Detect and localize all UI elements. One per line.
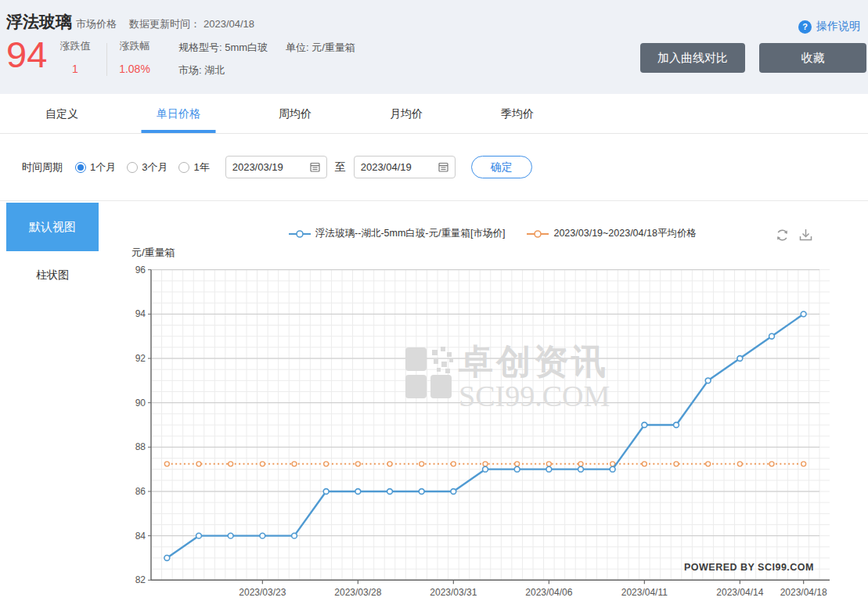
favorite-button[interactable]: 收藏 [759, 43, 866, 73]
start-date-input[interactable]: 2023/03/19 [225, 156, 327, 178]
change-value-label: 涨跌值 [56, 39, 94, 53]
svg-text:84: 84 [135, 531, 146, 542]
tab-daily-price[interactable]: 单日价格 [157, 94, 200, 133]
confirm-button[interactable]: 确定 [471, 156, 532, 178]
question-circle-icon: ? [798, 20, 812, 34]
svg-text:2023/03/28: 2023/03/28 [334, 587, 381, 598]
svg-text:2023/04/06: 2023/04/06 [525, 587, 572, 598]
radio-1-year[interactable]: 1年 [178, 160, 209, 175]
svg-text:卓创资讯: 卓创资讯 [458, 342, 609, 380]
current-price: 94 [6, 34, 47, 75]
tab-weekly-avg[interactable]: 周均价 [279, 94, 312, 133]
change-pct-group: 涨跌幅 1.08% [116, 39, 153, 75]
tab-custom[interactable]: 自定义 [45, 94, 78, 133]
svg-text:POWERED BY SCI99.COM: POWERED BY SCI99.COM [684, 562, 814, 573]
chart-section: 默认视图 柱状图 浮法玻璃--湖北-5mm白玻-元/重量箱[市场价] [0, 203, 868, 601]
help-link[interactable]: ? 操作说明 [798, 20, 860, 34]
date-to-label: 至 [335, 160, 346, 175]
radio-dot-icon [127, 162, 138, 173]
svg-text:2023/03/23: 2023/03/23 [239, 587, 286, 598]
help-label: 操作说明 [816, 20, 860, 34]
tab-monthly-avg[interactable]: 月均价 [390, 94, 423, 133]
end-date-value: 2023/04/19 [361, 161, 412, 173]
change-value-group: 涨跌值 1 [56, 39, 94, 75]
unit-label: 单位: 元/重量箱 [286, 41, 355, 55]
calendar-icon [438, 162, 448, 172]
header: 浮法玻璃 市场价格 数据更新时间：2023/04/18 ? 操作说明 94 涨跌… [0, 0, 868, 94]
end-date-input[interactable]: 2023/04/19 [354, 156, 456, 178]
radio-1-year-label: 1年 [193, 160, 209, 175]
page-title: 浮法玻璃 [6, 11, 72, 33]
filter-bar: 时间周期 1个月 3个月 1年 2023/03/19 [0, 134, 868, 201]
calendar-icon [310, 162, 320, 172]
svg-text:2023/04/11: 2023/04/11 [621, 587, 668, 598]
svg-text:SCI99.COM: SCI99.COM [459, 380, 610, 412]
price-type-label: 市场价格 [76, 17, 117, 31]
svg-text:2023/03/31: 2023/03/31 [430, 587, 477, 598]
start-date-value: 2023/03/19 [232, 161, 283, 173]
radio-3-month[interactable]: 3个月 [127, 160, 167, 175]
update-time: 数据更新时间：2023/04/18 [129, 17, 258, 31]
add-to-compare-button[interactable]: 加入曲线对比 [640, 43, 745, 73]
svg-text:82: 82 [135, 574, 146, 585]
svg-text:92: 92 [135, 353, 146, 364]
radio-dot-icon [178, 162, 189, 173]
spec-market: 市场: 湖北 [178, 63, 268, 77]
period-label: 时间周期 [22, 160, 63, 175]
price-line-chart[interactable]: 8284868890929496元/重量箱2023/03/232023/03/2… [117, 203, 868, 601]
svg-text:88: 88 [135, 441, 146, 452]
float-glass-price-page: 浮法玻璃 市场价格 数据更新时间：2023/04/18 ? 操作说明 94 涨跌… [0, 0, 868, 601]
tab-quarterly-avg[interactable]: 季均价 [501, 94, 534, 133]
sidebar-item-default-view[interactable]: 默认视图 [6, 203, 99, 251]
radio-1-month[interactable]: 1个月 [75, 160, 116, 175]
vertical-divider [106, 43, 107, 76]
svg-text:86: 86 [135, 486, 146, 497]
change-pct-value: 1.08% [116, 63, 153, 75]
spec-model: 规格型号: 5mm白玻 [178, 41, 268, 55]
svg-text:90: 90 [135, 398, 146, 408]
tab-bar: 自定义 单日价格 周均价 月均价 季均价 [0, 94, 868, 134]
change-value: 1 [56, 63, 94, 75]
update-time-value: 2023/04/18 [203, 18, 254, 30]
radio-1-month-label: 1个月 [90, 160, 116, 175]
radio-dot-icon [75, 162, 86, 173]
sidebar-item-bar-chart[interactable]: 柱状图 [6, 251, 99, 298]
spec-info: 规格型号: 5mm白玻 市场: 湖北 [178, 41, 268, 86]
svg-text:2023/04/18: 2023/04/18 [780, 587, 827, 598]
svg-text:96: 96 [135, 265, 146, 275]
radio-3-month-label: 3个月 [142, 160, 167, 175]
chart-area: 浮法玻璃--湖北-5mm白玻-元/重量箱[市场价] 2023/03/19~202… [117, 203, 868, 601]
content-card: 自定义 单日价格 周均价 月均价 季均价 时间周期 1个月 3个月 1年 202… [0, 94, 868, 601]
svg-text:2023/04/14: 2023/04/14 [716, 587, 763, 598]
update-time-label: 数据更新时间： [129, 18, 200, 30]
change-pct-label: 涨跌幅 [116, 39, 153, 53]
svg-text:94: 94 [135, 308, 146, 319]
svg-text:元/重量箱: 元/重量箱 [131, 247, 175, 258]
